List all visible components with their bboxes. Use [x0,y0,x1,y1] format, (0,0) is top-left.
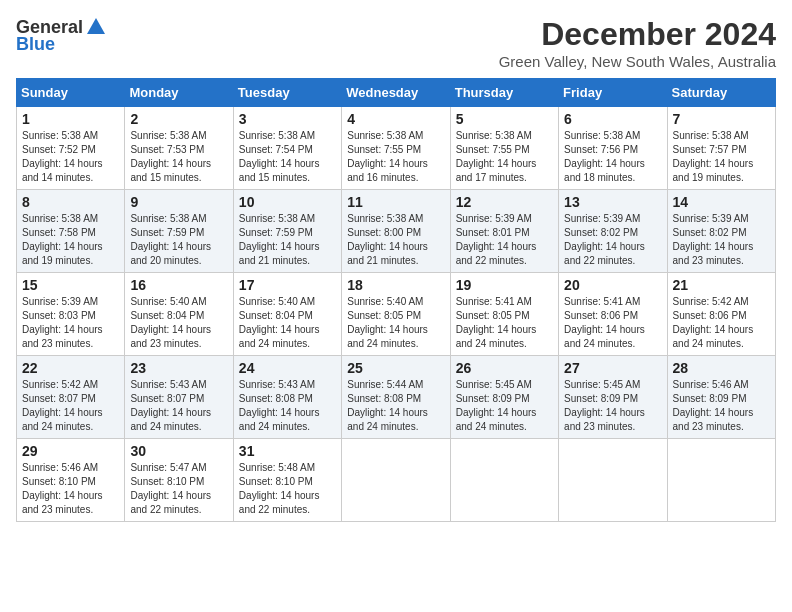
table-row: 25 Sunrise: 5:44 AMSunset: 8:08 PMDaylig… [342,356,450,439]
day-number: 12 [456,194,553,210]
day-info: Sunrise: 5:44 AMSunset: 8:08 PMDaylight:… [347,379,428,432]
day-number: 3 [239,111,336,127]
calendar-table: Sunday Monday Tuesday Wednesday Thursday… [16,78,776,522]
day-number: 22 [22,360,119,376]
table-row: 19 Sunrise: 5:41 AMSunset: 8:05 PMDaylig… [450,273,558,356]
table-row: 16 Sunrise: 5:40 AMSunset: 8:04 PMDaylig… [125,273,233,356]
day-number: 27 [564,360,661,376]
table-row: 24 Sunrise: 5:43 AMSunset: 8:08 PMDaylig… [233,356,341,439]
table-row: 22 Sunrise: 5:42 AMSunset: 8:07 PMDaylig… [17,356,125,439]
day-info: Sunrise: 5:45 AMSunset: 8:09 PMDaylight:… [564,379,645,432]
day-info: Sunrise: 5:48 AMSunset: 8:10 PMDaylight:… [239,462,320,515]
table-row: 28 Sunrise: 5:46 AMSunset: 8:09 PMDaylig… [667,356,775,439]
day-number: 25 [347,360,444,376]
table-row: 31 Sunrise: 5:48 AMSunset: 8:10 PMDaylig… [233,439,341,522]
day-info: Sunrise: 5:39 AMSunset: 8:01 PMDaylight:… [456,213,537,266]
day-number: 10 [239,194,336,210]
day-info: Sunrise: 5:38 AMSunset: 7:58 PMDaylight:… [22,213,103,266]
day-info: Sunrise: 5:40 AMSunset: 8:05 PMDaylight:… [347,296,428,349]
day-number: 13 [564,194,661,210]
table-row: 10 Sunrise: 5:38 AMSunset: 7:59 PMDaylig… [233,190,341,273]
table-row: 18 Sunrise: 5:40 AMSunset: 8:05 PMDaylig… [342,273,450,356]
table-row: 13 Sunrise: 5:39 AMSunset: 8:02 PMDaylig… [559,190,667,273]
day-info: Sunrise: 5:41 AMSunset: 8:05 PMDaylight:… [456,296,537,349]
day-number: 17 [239,277,336,293]
logo: General Blue [16,16,107,55]
day-number: 14 [673,194,770,210]
day-number: 5 [456,111,553,127]
day-info: Sunrise: 5:47 AMSunset: 8:10 PMDaylight:… [130,462,211,515]
table-row: 15 Sunrise: 5:39 AMSunset: 8:03 PMDaylig… [17,273,125,356]
table-row: 9 Sunrise: 5:38 AMSunset: 7:59 PMDayligh… [125,190,233,273]
day-number: 18 [347,277,444,293]
col-friday: Friday [559,79,667,107]
logo-icon [85,16,107,38]
table-row: 4 Sunrise: 5:38 AMSunset: 7:55 PMDayligh… [342,107,450,190]
table-row: 29 Sunrise: 5:46 AMSunset: 8:10 PMDaylig… [17,439,125,522]
day-info: Sunrise: 5:39 AMSunset: 8:02 PMDaylight:… [564,213,645,266]
day-info: Sunrise: 5:46 AMSunset: 8:10 PMDaylight:… [22,462,103,515]
day-number: 2 [130,111,227,127]
day-info: Sunrise: 5:38 AMSunset: 7:59 PMDaylight:… [239,213,320,266]
table-row: 3 Sunrise: 5:38 AMSunset: 7:54 PMDayligh… [233,107,341,190]
table-row: 26 Sunrise: 5:45 AMSunset: 8:09 PMDaylig… [450,356,558,439]
day-number: 28 [673,360,770,376]
table-row [559,439,667,522]
table-row: 6 Sunrise: 5:38 AMSunset: 7:56 PMDayligh… [559,107,667,190]
day-number: 1 [22,111,119,127]
logo-blue: Blue [16,34,55,55]
page-header: General Blue December 2024 Green Valley,… [16,16,776,70]
day-number: 21 [673,277,770,293]
table-row: 30 Sunrise: 5:47 AMSunset: 8:10 PMDaylig… [125,439,233,522]
day-number: 9 [130,194,227,210]
col-saturday: Saturday [667,79,775,107]
day-info: Sunrise: 5:40 AMSunset: 8:04 PMDaylight:… [239,296,320,349]
day-info: Sunrise: 5:38 AMSunset: 8:00 PMDaylight:… [347,213,428,266]
day-info: Sunrise: 5:43 AMSunset: 8:07 PMDaylight:… [130,379,211,432]
day-info: Sunrise: 5:38 AMSunset: 7:55 PMDaylight:… [347,130,428,183]
svg-marker-0 [87,18,105,34]
day-number: 30 [130,443,227,459]
day-info: Sunrise: 5:42 AMSunset: 8:06 PMDaylight:… [673,296,754,349]
day-number: 31 [239,443,336,459]
table-row: 1 Sunrise: 5:38 AMSunset: 7:52 PMDayligh… [17,107,125,190]
day-info: Sunrise: 5:38 AMSunset: 7:57 PMDaylight:… [673,130,754,183]
table-row: 5 Sunrise: 5:38 AMSunset: 7:55 PMDayligh… [450,107,558,190]
day-number: 20 [564,277,661,293]
day-info: Sunrise: 5:40 AMSunset: 8:04 PMDaylight:… [130,296,211,349]
day-number: 7 [673,111,770,127]
day-number: 19 [456,277,553,293]
day-info: Sunrise: 5:46 AMSunset: 8:09 PMDaylight:… [673,379,754,432]
title-area: December 2024 Green Valley, New South Wa… [499,16,776,70]
table-row: 20 Sunrise: 5:41 AMSunset: 8:06 PMDaylig… [559,273,667,356]
col-thursday: Thursday [450,79,558,107]
day-number: 11 [347,194,444,210]
day-info: Sunrise: 5:38 AMSunset: 7:59 PMDaylight:… [130,213,211,266]
table-row [342,439,450,522]
day-number: 29 [22,443,119,459]
day-info: Sunrise: 5:38 AMSunset: 7:54 PMDaylight:… [239,130,320,183]
day-number: 26 [456,360,553,376]
table-row: 21 Sunrise: 5:42 AMSunset: 8:06 PMDaylig… [667,273,775,356]
day-info: Sunrise: 5:39 AMSunset: 8:02 PMDaylight:… [673,213,754,266]
day-info: Sunrise: 5:39 AMSunset: 8:03 PMDaylight:… [22,296,103,349]
month-title: December 2024 [499,16,776,53]
day-info: Sunrise: 5:42 AMSunset: 8:07 PMDaylight:… [22,379,103,432]
day-info: Sunrise: 5:45 AMSunset: 8:09 PMDaylight:… [456,379,537,432]
day-info: Sunrise: 5:38 AMSunset: 7:53 PMDaylight:… [130,130,211,183]
day-info: Sunrise: 5:43 AMSunset: 8:08 PMDaylight:… [239,379,320,432]
table-row: 17 Sunrise: 5:40 AMSunset: 8:04 PMDaylig… [233,273,341,356]
table-row: 11 Sunrise: 5:38 AMSunset: 8:00 PMDaylig… [342,190,450,273]
day-info: Sunrise: 5:38 AMSunset: 7:52 PMDaylight:… [22,130,103,183]
table-row: 14 Sunrise: 5:39 AMSunset: 8:02 PMDaylig… [667,190,775,273]
table-row [667,439,775,522]
col-wednesday: Wednesday [342,79,450,107]
table-row: 2 Sunrise: 5:38 AMSunset: 7:53 PMDayligh… [125,107,233,190]
col-monday: Monday [125,79,233,107]
day-number: 6 [564,111,661,127]
day-number: 4 [347,111,444,127]
table-row: 12 Sunrise: 5:39 AMSunset: 8:01 PMDaylig… [450,190,558,273]
day-number: 15 [22,277,119,293]
table-row: 8 Sunrise: 5:38 AMSunset: 7:58 PMDayligh… [17,190,125,273]
day-info: Sunrise: 5:38 AMSunset: 7:56 PMDaylight:… [564,130,645,183]
